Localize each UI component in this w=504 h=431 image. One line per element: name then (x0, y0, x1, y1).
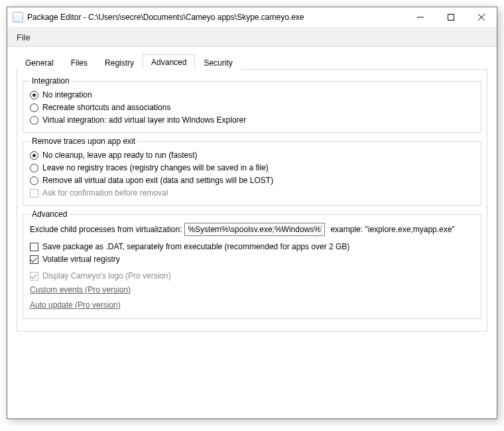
radio-icon (30, 103, 38, 112)
radio-label: Virtual integration: add virtual layer i… (42, 115, 246, 126)
close-button[interactable] (466, 7, 497, 27)
radio-label: No integration (42, 90, 92, 101)
radio-label: Leave no registry traces (registry chang… (42, 162, 269, 174)
link-auto-update[interactable]: Auto update (Pro version) (30, 300, 121, 311)
radio-icon (30, 164, 38, 172)
radio-icon (30, 116, 38, 125)
group-integration-legend: Integration (30, 76, 72, 86)
group-remove-legend: Remove traces upon app exit (30, 137, 137, 146)
row-remove-confirm: Ask for confirmation before removal (30, 187, 474, 200)
row-integration-recreate[interactable]: Recreate shortcuts and associations (30, 101, 474, 114)
row-volatile-registry[interactable]: Volatile virtual registry (30, 253, 474, 266)
group-advanced: Advanced Exclude child processes from vi… (23, 210, 481, 319)
radio-label: No cleanup, leave app ready to run (fast… (42, 150, 197, 161)
row-link-events: Custom events (Pro version) (30, 282, 474, 298)
radio-label: Remove all virtual data upon exit (data … (42, 175, 273, 186)
checkbox-icon (30, 243, 38, 251)
exclude-input[interactable] (184, 223, 325, 236)
row-remove-nocleanup[interactable]: No cleanup, leave app ready to run (fast… (30, 149, 474, 162)
radio-icon (30, 176, 38, 185)
window: Package Editor - C:\Users\secre\Document… (7, 7, 497, 419)
radio-icon (30, 91, 38, 99)
row-integration-none[interactable]: No integration (30, 89, 474, 101)
row-save-dat[interactable]: Save package as .DAT, separately from ex… (30, 241, 474, 253)
checkbox-icon (30, 189, 38, 198)
checkbox-label: Display Cameyo's logo (Pro version) (42, 271, 171, 282)
tab-panel-advanced: Integration No integration Recreate shor… (17, 69, 487, 332)
client-area: General Files Registry Advanced Security… (7, 47, 497, 418)
group-remove-traces: Remove traces upon app exit No cleanup, … (23, 137, 481, 206)
group-integration: Integration No integration Recreate shor… (23, 76, 481, 133)
radio-label: Recreate shortcuts and associations (42, 102, 170, 113)
tabstrip: General Files Registry Advanced Security (17, 54, 487, 69)
exclude-label: Exclude child processes from virtualizat… (30, 224, 182, 235)
exclude-example: example: "iexplore.exe;myapp.exe" (330, 224, 454, 235)
app-icon (13, 12, 23, 23)
svg-rect-0 (448, 15, 454, 21)
minimize-button[interactable] (405, 7, 436, 27)
radio-icon (30, 151, 38, 160)
tab-registry[interactable]: Registry (96, 55, 143, 70)
checkbox-label: Ask for confirmation before removal (42, 188, 168, 199)
tab-advanced[interactable]: Advanced (143, 54, 195, 70)
menu-file[interactable]: File (10, 29, 37, 46)
group-advanced-legend: Advanced (30, 210, 69, 219)
row-link-update: Auto update (Pro version) (30, 298, 474, 313)
maximize-button[interactable] (436, 7, 466, 27)
checkbox-label: Volatile virtual registry (42, 254, 120, 265)
row-display-logo: Display Cameyo's logo (Pro version) (30, 270, 474, 282)
checkbox-label: Save package as .DAT, separately from ex… (42, 241, 349, 253)
tab-general[interactable]: General (17, 55, 62, 70)
checkbox-icon (30, 255, 38, 264)
titlebar: Package Editor - C:\Users\secre\Document… (7, 7, 497, 27)
tab-files[interactable]: Files (62, 55, 96, 70)
row-integration-virtual[interactable]: Virtual integration: add virtual layer i… (30, 114, 474, 127)
row-exclude: Exclude child processes from virtualizat… (30, 222, 474, 237)
tab-security[interactable]: Security (195, 55, 241, 70)
window-title: Package Editor - C:\Users\secre\Document… (27, 13, 405, 22)
row-remove-all[interactable]: Remove all virtual data upon exit (data … (30, 174, 474, 187)
menubar: File (7, 27, 497, 47)
link-custom-events[interactable]: Custom events (Pro version) (30, 284, 131, 296)
checkbox-icon (30, 272, 38, 280)
row-remove-noregistry[interactable]: Leave no registry traces (registry chang… (30, 162, 474, 174)
